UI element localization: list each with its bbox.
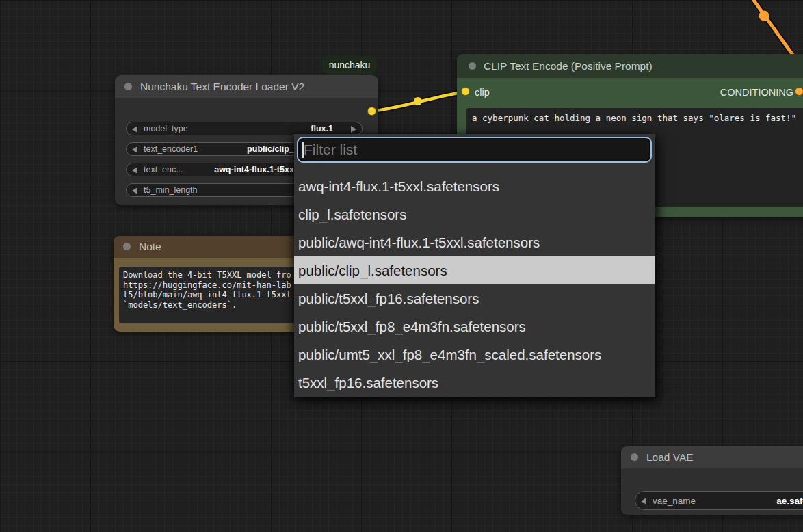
node-title: Load VAE bbox=[646, 446, 694, 468]
filter-placeholder: Filter list bbox=[304, 138, 357, 161]
clip-input-slot[interactable] bbox=[461, 87, 470, 96]
widget-label: t5_min_length bbox=[144, 184, 198, 198]
node-header[interactable]: Note bbox=[114, 236, 305, 258]
node-badge-nunchaku: nunchaku bbox=[322, 56, 377, 74]
left-arrow-icon[interactable] bbox=[132, 167, 137, 174]
left-arrow-icon[interactable] bbox=[132, 187, 137, 194]
link-midpoint-dot[interactable] bbox=[414, 97, 422, 105]
node-note[interactable]: Note Download the 4-bit T5XXL model fro … bbox=[114, 236, 305, 332]
prompt-text: a cyberpunk cat holding a neon sign that… bbox=[472, 113, 796, 123]
list-item[interactable]: awq-int4-flux.1-t5xxl.safetensors bbox=[294, 172, 655, 200]
node-header[interactable]: CLIP Text Encode (Positive Prompt) bbox=[457, 54, 803, 78]
widget-label: text_enc... bbox=[144, 163, 183, 177]
filter-list: awq-int4-flux.1-t5xxl.safetensorsclip_l.… bbox=[294, 172, 655, 397]
note-line: https://huggingface.co/mit-han-lab bbox=[123, 280, 295, 291]
filter-input[interactable]: Filter list bbox=[297, 137, 652, 163]
widget-vae-name[interactable]: vae_name ae.safe bbox=[635, 491, 803, 510]
note-text-widget[interactable]: Download the 4-bit T5XXL model fro https… bbox=[119, 267, 300, 323]
node-title: Note bbox=[139, 236, 161, 258]
conditioning-output-slot[interactable] bbox=[795, 87, 803, 96]
widget-value: ae.safe bbox=[776, 492, 803, 511]
collapse-dot-icon[interactable] bbox=[124, 83, 132, 90]
left-arrow-icon[interactable] bbox=[641, 498, 646, 505]
list-item[interactable]: t5xxl_fp16.safetensors bbox=[294, 369, 655, 397]
list-item[interactable]: clip_l.safetensors bbox=[294, 200, 655, 228]
widget-label: model_type bbox=[144, 122, 188, 136]
list-item[interactable]: public/clip_l.safetensors bbox=[294, 256, 655, 284]
list-item[interactable]: public/t5xxl_fp16.safetensors bbox=[294, 284, 655, 312]
left-arrow-icon[interactable] bbox=[132, 126, 137, 133]
widget-label: text_encoder1 bbox=[144, 143, 198, 157]
list-item[interactable]: public/umt5_xxl_fp8_e4m3fn_scaled.safete… bbox=[294, 341, 655, 369]
list-item[interactable]: public/t5xxl_fp8_e4m3fn.safetensors bbox=[294, 312, 655, 341]
right-arrow-icon[interactable] bbox=[351, 126, 356, 133]
note-line: Download the 4-bit T5XXL model fro bbox=[123, 270, 295, 280]
widget-model-type[interactable]: model_type flux.1 bbox=[126, 122, 363, 135]
note-line: `models/text_encoders`. bbox=[123, 300, 295, 310]
node-header[interactable]: Nunchaku Text Encoder Loader V2 bbox=[115, 75, 378, 98]
collapse-dot-icon[interactable] bbox=[631, 453, 638, 461]
link-midpoint-dot[interactable] bbox=[759, 11, 769, 21]
list-item[interactable]: public/awq-int4-flux.1-t5xxl.safetensors bbox=[294, 228, 655, 256]
combo-dropdown: Filter list awq-int4-flux.1-t5xxl.safete… bbox=[294, 134, 655, 397]
node-header[interactable]: Load VAE bbox=[621, 446, 803, 468]
widget-label: vae_name bbox=[653, 492, 696, 511]
node-title: Nunchaku Text Encoder Loader V2 bbox=[140, 75, 304, 98]
node-load-vae[interactable]: Load VAE vae_name ae.safe bbox=[621, 446, 803, 515]
collapse-dot-icon[interactable] bbox=[469, 62, 476, 70]
collapse-dot-icon[interactable] bbox=[123, 243, 131, 250]
node-title: CLIP Text Encode (Positive Prompt) bbox=[484, 54, 653, 78]
node-graph-canvas[interactable]: Nunchaku Text Encoder Loader V2 CLIP mod… bbox=[0, 0, 803, 532]
input-slot-label: clip bbox=[475, 87, 490, 98]
note-line: t5/blob/main/awq-int4-flux.1-t5xxl bbox=[123, 290, 295, 300]
clip-output-slot[interactable] bbox=[367, 107, 376, 116]
left-arrow-icon[interactable] bbox=[132, 146, 137, 153]
output-slot-label: CONDITIONING bbox=[720, 87, 793, 98]
